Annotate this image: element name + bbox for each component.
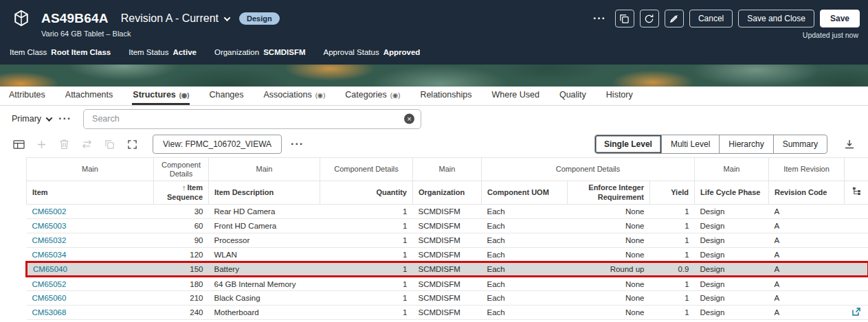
cell-phase: Design bbox=[695, 233, 769, 248]
structure-overflow-button[interactable]: ··· bbox=[55, 112, 75, 126]
tab-label: Quality bbox=[559, 90, 586, 100]
item-link[interactable]: CM65052 bbox=[32, 280, 67, 288]
table-row-cm65003[interactable]: CM6500360Front HD Camera1SCMDISFMEachNon… bbox=[27, 219, 868, 233]
tab-label: Attributes bbox=[9, 90, 45, 100]
cell-seq: 30 bbox=[154, 205, 209, 219]
cell-qty: 1 bbox=[320, 262, 413, 277]
cell-yield: 1 bbox=[650, 205, 695, 219]
column-header-organization[interactable]: Organization bbox=[413, 181, 482, 205]
structure-filter-row: Primary ··· × bbox=[0, 106, 868, 131]
column-header-life-cycle-phase[interactable]: Life Cycle Phase bbox=[695, 181, 769, 205]
table-row-cm53068[interactable]: CM53068240Motherboard1SCMDISFMEachNone1D… bbox=[27, 306, 868, 320]
pencil-slash-icon bbox=[669, 14, 679, 24]
level-button-multi-level[interactable]: Multi Level bbox=[661, 135, 720, 154]
copy-item-button[interactable] bbox=[615, 10, 634, 27]
view-selector-button[interactable]: View: FPMC_106702_VIEWA bbox=[153, 135, 282, 154]
toolbar-overflow-button[interactable]: ··· bbox=[287, 137, 307, 151]
refresh-button[interactable] bbox=[640, 10, 659, 27]
cell-enforce: None bbox=[568, 277, 650, 291]
column-header-enforce-integer-requirement[interactable]: Enforce Integer Requirement bbox=[568, 181, 650, 205]
cell-item: CM65060 bbox=[27, 291, 154, 306]
cell-phase: Design bbox=[695, 205, 769, 219]
cell-desc: Motherboard bbox=[209, 306, 320, 320]
column-header-revision-code[interactable]: Revision Code bbox=[769, 181, 845, 205]
cancel-button[interactable]: Cancel bbox=[689, 10, 733, 27]
table-menu-button[interactable] bbox=[10, 135, 28, 153]
cell-seq: 150 bbox=[154, 262, 209, 277]
cell-item: CM65002 bbox=[27, 205, 154, 219]
cell-enforce: None bbox=[568, 306, 650, 320]
tab-history[interactable]: History bbox=[605, 87, 634, 105]
cell-uom: Each bbox=[482, 262, 568, 277]
column-header-quantity[interactable]: Quantity bbox=[320, 181, 413, 205]
chevron-down-icon bbox=[46, 115, 53, 122]
app-window: AS49B64A Revision A - Current Design ···… bbox=[0, 0, 868, 322]
cell-qty: 1 bbox=[320, 277, 413, 291]
tab-categories[interactable]: Categories(◉) bbox=[344, 87, 401, 105]
header-info-approval-status: Approval StatusApproved bbox=[324, 48, 421, 56]
cell-item: CM65052 bbox=[27, 277, 154, 291]
column-header-component-uom[interactable]: Component UOM bbox=[482, 181, 568, 205]
table-row-cm65032[interactable]: CM6503290Processor1SCMDISFMEachNone1Desi… bbox=[27, 233, 868, 248]
save-and-close-button[interactable]: Save and Close bbox=[738, 10, 814, 27]
cell-seq: 90 bbox=[154, 233, 209, 248]
table-row-cm65002[interactable]: CM6500230Rear HD Camera1SCMDISFMEachNone… bbox=[27, 205, 868, 219]
info-value: Root Item Class bbox=[51, 48, 111, 56]
cell-qty: 1 bbox=[320, 248, 413, 262]
table-row-cm65060[interactable]: CM65060210Black Casing1SCMDISFMEachNone1… bbox=[27, 291, 868, 306]
level-button-summary[interactable]: Summary bbox=[773, 135, 827, 154]
tab-has-content-icon: (◉) bbox=[315, 91, 326, 99]
header-info-item-class: Item ClassRoot Item Class bbox=[10, 48, 111, 56]
item-link[interactable]: CM53068 bbox=[32, 308, 67, 317]
item-link[interactable]: CM65003 bbox=[32, 222, 67, 230]
clear-search-button[interactable]: × bbox=[404, 114, 414, 124]
cell-org: SCMDISFM bbox=[413, 205, 482, 219]
save-button[interactable]: Save bbox=[820, 10, 860, 27]
cell-enforce: None bbox=[568, 219, 650, 233]
tab-quality[interactable]: Quality bbox=[559, 87, 587, 105]
cell-rev: A bbox=[769, 248, 845, 262]
cell-qty: 1 bbox=[320, 205, 413, 219]
column-header-item-sequence[interactable]: ↑Item Sequence bbox=[154, 181, 209, 205]
tab-structures[interactable]: Structures(◉) bbox=[132, 87, 190, 105]
cell-qty: 1 bbox=[320, 291, 413, 306]
column-header-item-description[interactable]: Item Description bbox=[209, 181, 320, 205]
page-header: AS49B64A Revision A - Current Design ···… bbox=[0, 0, 868, 65]
cell-item: CM65032 bbox=[27, 233, 154, 248]
tab-attachments[interactable]: Attachments bbox=[65, 87, 113, 105]
table-row-cm65034[interactable]: CM65034120WLAN1SCMDISFMEachNone1DesignA bbox=[27, 248, 868, 262]
export-button[interactable] bbox=[840, 135, 858, 153]
tab-label: Changes bbox=[209, 90, 243, 100]
overflow-menu-button[interactable]: ··· bbox=[590, 12, 610, 25]
column-header-yield[interactable]: Yield bbox=[650, 181, 695, 205]
cell-row-actions[interactable] bbox=[845, 306, 868, 320]
level-button-hierarchy[interactable]: Hierarchy bbox=[719, 135, 773, 154]
cell-row-actions bbox=[845, 291, 868, 306]
structure-name-selector[interactable]: Primary bbox=[8, 111, 55, 126]
trash-icon bbox=[59, 139, 69, 150]
refresh-icon bbox=[644, 14, 654, 24]
tab-changes[interactable]: Changes bbox=[208, 87, 244, 105]
table-row-cm65040[interactable]: CM65040150Battery1SCMDISFMEachRound up0.… bbox=[27, 262, 868, 277]
item-link[interactable]: CM65060 bbox=[32, 294, 67, 302]
item-link[interactable]: CM65032 bbox=[32, 236, 67, 244]
cell-seq: 120 bbox=[154, 248, 209, 262]
duplicate-row-button bbox=[100, 135, 119, 153]
item-link[interactable]: CM65040 bbox=[33, 265, 67, 273]
tab-associations[interactable]: Associations(◉) bbox=[263, 87, 326, 105]
table-row-cm65052[interactable]: CM6505218064 GB Internal Memory1SCMDISFM… bbox=[27, 277, 868, 291]
tab-attributes[interactable]: Attributes bbox=[8, 87, 46, 105]
tab-where-used[interactable]: Where Used bbox=[491, 87, 539, 105]
column-header-hierarchy[interactable] bbox=[845, 181, 868, 205]
tab-relationships[interactable]: Relationships bbox=[419, 87, 472, 105]
edit-disabled-button[interactable] bbox=[665, 10, 684, 27]
item-link[interactable]: CM65002 bbox=[32, 207, 67, 216]
search-input[interactable] bbox=[84, 110, 421, 128]
column-group-component-details: Component Details bbox=[320, 158, 413, 181]
tab-label: Structures bbox=[133, 90, 176, 100]
item-link[interactable]: CM65034 bbox=[32, 251, 67, 259]
column-header-item[interactable]: Item bbox=[27, 181, 154, 205]
expand-table-button[interactable] bbox=[123, 135, 142, 153]
level-button-single-level[interactable]: Single Level bbox=[594, 135, 662, 154]
revision-selector[interactable]: Revision A - Current bbox=[121, 12, 230, 25]
